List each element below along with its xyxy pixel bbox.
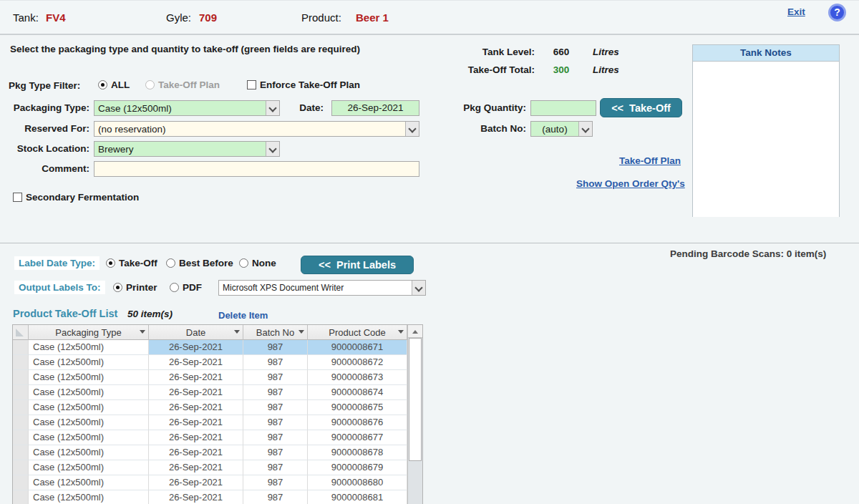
table-cell[interactable]: 26-Sep-2021 [149, 370, 243, 385]
table-cell[interactable]: Case (12x500ml) [29, 370, 149, 385]
checkbox-icon[interactable] [247, 80, 256, 89]
column-filter-icon[interactable] [140, 330, 145, 334]
table-cell[interactable]: 9000008675 [308, 400, 407, 415]
table-cell[interactable]: Case (12x500ml) [29, 340, 149, 355]
comment-field[interactable] [94, 161, 419, 177]
table-cell[interactable]: 9000008679 [308, 460, 407, 475]
table-cell[interactable]: 26-Sep-2021 [149, 460, 243, 475]
table-row[interactable]: Case (12x500ml)26-Sep-20219879000008674 [13, 385, 422, 400]
row-selector[interactable] [13, 400, 29, 415]
chevron-down-icon[interactable] [578, 122, 592, 136]
radio-icon[interactable] [145, 80, 155, 89]
table-cell[interactable]: 9000008671 [308, 340, 407, 355]
chevron-down-icon[interactable] [405, 122, 419, 136]
print-labels-button[interactable]: << Print Labels [301, 256, 414, 274]
row-selector[interactable] [13, 430, 29, 445]
batch-no-select[interactable]: (auto) [530, 121, 593, 137]
table-cell[interactable]: 987 [243, 370, 308, 385]
filter-radio-takeoff-plan[interactable]: Take-Off Plan [145, 79, 220, 90]
table-cell[interactable]: 26-Sep-2021 [149, 475, 243, 490]
help-icon[interactable]: ? [828, 4, 846, 21]
table-cell[interactable]: Case (12x500ml) [29, 445, 149, 460]
table-cell[interactable]: 987 [243, 385, 308, 400]
table-cell[interactable]: 987 [243, 445, 308, 460]
date-type-radio-none[interactable]: None [239, 258, 276, 268]
printer-select[interactable]: Microsoft XPS Document Writer [218, 280, 426, 296]
radio-icon[interactable] [113, 283, 122, 292]
enforce-takeoff-plan-checkbox[interactable]: Enforce Take-Off Plan [247, 79, 360, 90]
output-radio-printer[interactable]: Printer [113, 282, 157, 293]
row-selector[interactable] [13, 385, 29, 400]
table-cell[interactable]: 26-Sep-2021 [149, 445, 243, 460]
table-cell[interactable]: 26-Sep-2021 [149, 400, 243, 415]
radio-icon[interactable] [166, 258, 175, 268]
table-cell[interactable]: 9000008677 [308, 430, 407, 445]
reserved-for-select[interactable]: (no reservation) [94, 121, 419, 137]
pkg-quantity-input[interactable] [535, 101, 592, 115]
column-filter-icon[interactable] [398, 330, 404, 334]
column-filter-icon[interactable] [234, 330, 240, 334]
column-header-product-code[interactable]: Product Code [308, 325, 407, 340]
radio-icon[interactable] [106, 258, 115, 268]
table-cell[interactable]: 26-Sep-2021 [149, 430, 243, 445]
row-selector[interactable] [13, 415, 29, 430]
table-cell[interactable]: 9000008678 [308, 445, 407, 460]
chevron-down-icon[interactable] [412, 281, 425, 295]
table-row[interactable]: Case (12x500ml)26-Sep-20219879000008680 [13, 475, 422, 490]
exit-link[interactable]: Exit [787, 6, 805, 17]
date-type-radio-takeoff[interactable]: Take-Off [106, 258, 157, 268]
filter-radio-all[interactable]: ALL [98, 79, 130, 90]
table-cell[interactable]: Case (12x500ml) [29, 430, 149, 445]
table-row[interactable]: Case (12x500ml)26-Sep-20219879000008672 [13, 355, 422, 370]
table-row[interactable]: Case (12x500ml)26-Sep-20219879000008676 [13, 415, 422, 430]
table-cell[interactable]: Case (12x500ml) [29, 385, 149, 400]
delete-item-link[interactable]: Delete Item [218, 310, 268, 321]
table-row[interactable]: Case (12x500ml)26-Sep-20219879000008677 [13, 430, 422, 445]
table-cell[interactable]: 26-Sep-2021 [149, 340, 243, 355]
column-header-packaging-type[interactable]: Packaging Type [29, 325, 149, 340]
row-selector[interactable] [13, 475, 29, 490]
checkbox-icon[interactable] [13, 193, 22, 202]
tank-notes-body[interactable] [693, 62, 839, 217]
table-cell[interactable]: Case (12x500ml) [29, 490, 149, 504]
table-cell[interactable]: 9000008676 [308, 415, 407, 430]
table-cell[interactable]: Case (12x500ml) [29, 400, 149, 415]
takeoff-plan-link[interactable]: Take-Off Plan [619, 155, 681, 166]
column-header-date[interactable]: Date [149, 325, 243, 340]
pkg-quantity-field[interactable] [530, 100, 596, 116]
row-selector[interactable] [13, 445, 29, 460]
chevron-down-icon[interactable] [266, 101, 279, 115]
scrollbar-thumb[interactable] [409, 338, 422, 461]
packaging-type-select[interactable]: Case (12x500ml) [94, 100, 280, 116]
comment-input[interactable] [98, 162, 415, 176]
date-field[interactable]: 26-Sep-2021 [331, 100, 419, 116]
select-all-corner[interactable] [13, 325, 29, 340]
table-row[interactable]: Case (12x500ml)26-Sep-20219879000008679 [13, 460, 422, 475]
date-type-radio-best-before[interactable]: Best Before [166, 258, 233, 268]
table-scrollbar[interactable] [407, 325, 422, 504]
column-header-batch-no[interactable]: Batch No [243, 325, 308, 340]
table-cell[interactable]: 26-Sep-2021 [149, 490, 243, 504]
table-row[interactable]: Case (12x500ml)26-Sep-20219879000008675 [13, 400, 422, 415]
table-cell[interactable]: 26-Sep-2021 [149, 355, 243, 370]
row-selector[interactable] [13, 340, 29, 355]
takeoff-button[interactable]: << Take-Off [600, 98, 682, 117]
column-filter-icon[interactable] [299, 330, 304, 334]
table-cell[interactable]: 9000008674 [308, 385, 407, 400]
row-selector[interactable] [13, 355, 29, 370]
table-row[interactable]: Case (12x500ml)26-Sep-20219879000008678 [13, 445, 422, 460]
stock-location-select[interactable]: Brewery [94, 141, 280, 157]
table-cell[interactable]: 987 [243, 475, 308, 490]
table-cell[interactable]: 987 [243, 430, 308, 445]
scroll-up-icon[interactable] [408, 325, 422, 338]
table-cell[interactable]: Case (12x500ml) [29, 475, 149, 490]
table-row[interactable]: Case (12x500ml)26-Sep-20219879000008671 [13, 340, 422, 355]
table-cell[interactable]: 9000008680 [308, 475, 407, 490]
table-cell[interactable]: Case (12x500ml) [29, 415, 149, 430]
table-cell[interactable]: 987 [243, 415, 308, 430]
table-cell[interactable]: Case (12x500ml) [29, 460, 149, 475]
table-cell[interactable]: Case (12x500ml) [29, 355, 149, 370]
table-cell[interactable]: 987 [243, 355, 308, 370]
table-cell[interactable]: 987 [243, 400, 308, 415]
row-selector[interactable] [13, 370, 29, 385]
